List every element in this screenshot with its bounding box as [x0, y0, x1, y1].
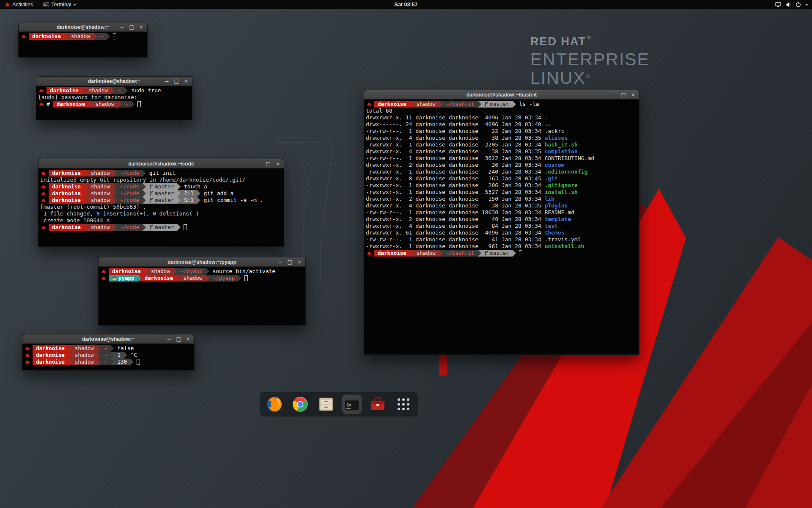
prompt-segment-host: shadow — [413, 101, 439, 108]
terminal-text: Initialized empty Git repository in /hom… — [40, 177, 245, 183]
maximize-button[interactable]: □ — [174, 79, 179, 84]
close-button[interactable]: × — [186, 337, 190, 342]
prompt-segment-git: master — [146, 183, 177, 190]
terminal-line: -rwxrwxr-x. 1 darknoise darknoise 961 Ja… — [366, 243, 639, 250]
terminal-line: Initialized empty Git repository in /hom… — [40, 177, 283, 183]
powerline-arrow-icon — [97, 352, 101, 359]
minimize-button[interactable]: − — [278, 260, 283, 265]
close-button[interactable]: × — [631, 92, 635, 97]
terminal-text: drwxrwxr-x. 4 darknoise darknoise 84 Jan… — [366, 223, 545, 229]
terminal-text: -rwxrwxr-x. 1 darknoise darknoise 2205 J… — [366, 141, 545, 148]
minimize-button[interactable]: − — [165, 79, 169, 84]
terminal-text: -rw-rw-r--. 1 darknoise darknoise 18630 … — [366, 209, 545, 216]
terminal-icon: $> — [343, 396, 360, 413]
dock-item-app-grid[interactable] — [394, 395, 413, 414]
close-button[interactable]: × — [184, 79, 188, 84]
terminal-content[interactable]: darknoiseshadow~/code git initInitialize… — [38, 168, 284, 246]
brand-red-hat: RED HAT® — [530, 36, 650, 48]
close-button[interactable]: × — [139, 25, 143, 30]
powerline-arrow-icon — [113, 190, 117, 197]
minimize-button[interactable]: − — [257, 161, 261, 166]
terminal-content[interactable]: darknoiseshadow~/pyapp source bin/activa… — [99, 267, 305, 325]
dock-item-toolbox[interactable] — [368, 395, 387, 414]
terminal-content[interactable]: darknoiseshadow~ sudo true[sudo] passwor… — [36, 86, 192, 120]
prompt-segment-git: master — [146, 190, 177, 197]
app-menu-label: Terminal — [51, 2, 71, 8]
window-titlebar[interactable]: darknoise@shadow:~ − □ × — [36, 77, 192, 86]
maximize-button[interactable]: □ — [288, 260, 292, 265]
close-button[interactable]: × — [276, 161, 280, 166]
powerline-arrow-icon — [84, 170, 88, 177]
system-status-menu[interactable]: ▾ — [775, 0, 812, 9]
redhat-prompt-icon — [25, 353, 30, 357]
terminal-window-sudo: darknoise@shadow:~ − □ × darknoiseshadow… — [36, 76, 192, 120]
dock-item-firefox[interactable] — [265, 395, 284, 414]
terminal-text: false — [114, 345, 134, 352]
terminal-cursor — [519, 250, 522, 256]
terminal-content[interactable]: darknoiseshadow~ falsedarknoiseshadow~1 … — [22, 344, 194, 370]
terminal-line: darknoiseshadow~/bash-itmaster — [366, 250, 639, 257]
terminal-line: pyappdarknoiseshadow~/pyapp — [100, 275, 305, 282]
prompt-segment-path: ~ — [101, 359, 111, 365]
redhat-prompt-icon — [367, 251, 372, 255]
powerline-arrow-icon — [113, 197, 117, 204]
file-cabinet-icon — [318, 396, 335, 413]
terminal-text: [master (root-commit) 50bcb63] . — [40, 204, 146, 210]
minimize-button[interactable]: − — [167, 337, 171, 342]
chevron-down-icon: ▾ — [74, 3, 76, 7]
prompt-segment-host: shadow — [413, 250, 439, 257]
terminal-text: uninstall.sh — [545, 243, 584, 250]
firefox-icon — [266, 396, 283, 413]
activities-button[interactable]: Activities — [3, 0, 35, 9]
prompt-segment-host: shadow — [148, 268, 173, 275]
terminal-line: darknoiseshadow~/codemaster?:1 git add a — [40, 190, 283, 197]
minimize-button[interactable]: − — [612, 92, 616, 97]
window-titlebar[interactable]: darknoise@shadow:~/bash-it − □ × — [364, 90, 639, 99]
window-titlebar[interactable]: darknoise@shadow:~ − □ × — [19, 22, 147, 32]
prompt-segment-user: darknoise — [29, 33, 64, 40]
dock-item-chrome[interactable] — [291, 395, 310, 414]
powerline-arrow-icon — [410, 101, 413, 108]
powerline-arrow-icon — [513, 250, 516, 257]
prompt-segment-path: ~/pyapp — [209, 275, 239, 282]
prompt-segment-user: darknoise — [33, 352, 68, 359]
window-titlebar[interactable]: darknoise@shadow:~/code − □ × — [38, 159, 284, 168]
maximize-button[interactable]: □ — [176, 337, 181, 342]
terminal-line: darknoiseshadow~ — [20, 33, 147, 40]
terminal-content[interactable]: darknoiseshadow~/bash-itmaster ls -latot… — [364, 99, 639, 354]
terminal-line: drwxrwxr-x. 4 darknoise darknoise 84 Jan… — [366, 223, 639, 229]
powerline-arrow-icon — [82, 87, 85, 94]
prompt-segment-host: shadow — [88, 224, 113, 231]
terminal-text: drwxrwxr-x. 4 darknoise darknoise 38 Jan… — [366, 135, 545, 141]
terminal-text: total 68 — [366, 108, 392, 114]
dock-item-terminal[interactable]: $> — [342, 395, 362, 414]
redhat-prompt-icon — [41, 225, 46, 229]
powerline-arrow-icon — [143, 224, 146, 231]
terminal-line: create mode 100644 a — [40, 217, 283, 224]
rhel-wordmark: RED HAT® ENTERPRISE LINUX® — [530, 36, 650, 87]
app-menu-terminal[interactable]: $> Terminal ▾ — [41, 0, 77, 9]
terminal-text: git init — [146, 170, 176, 177]
maximize-button[interactable]: □ — [621, 92, 626, 97]
terminal-mini-icon: $> — [43, 2, 49, 7]
dock-item-files[interactable] — [316, 395, 336, 414]
terminal-line: -rw-rw-r--. 1 darknoise darknoise 41 Jan… — [366, 236, 639, 243]
minimize-button[interactable]: − — [120, 25, 124, 30]
terminal-line: -rwxrwxr-x. 1 darknoise darknoise 5327 J… — [366, 189, 639, 196]
close-button[interactable]: × — [297, 260, 302, 265]
window-titlebar[interactable]: darknoise@shadow:~ − □ × — [22, 334, 194, 344]
redhat-prompt-icon — [25, 360, 30, 364]
maximize-button[interactable]: □ — [129, 25, 134, 30]
terminal-line: -rw-rw-r--. 1 darknoise darknoise 3622 J… — [366, 155, 639, 162]
terminal-content[interactable]: darknoiseshadow~ — [19, 32, 147, 57]
redhat-prompt-icon — [41, 191, 46, 196]
activities-label: Activities — [12, 2, 33, 8]
redhat-logo-icon — [5, 2, 10, 7]
terminal-text: .. — [545, 121, 551, 128]
maximize-button[interactable]: □ — [266, 161, 271, 166]
terminal-text: 1 file changed, 0 insertions(+), 0 delet… — [40, 210, 199, 217]
terminal-text: create mode 100644 a — [40, 217, 110, 224]
window-titlebar[interactable]: darknoise@shadow:~/pyapp − □ × — [99, 257, 305, 267]
powerline-arrow-icon — [110, 359, 114, 365]
clock[interactable]: Sat 03:57 — [395, 2, 418, 8]
